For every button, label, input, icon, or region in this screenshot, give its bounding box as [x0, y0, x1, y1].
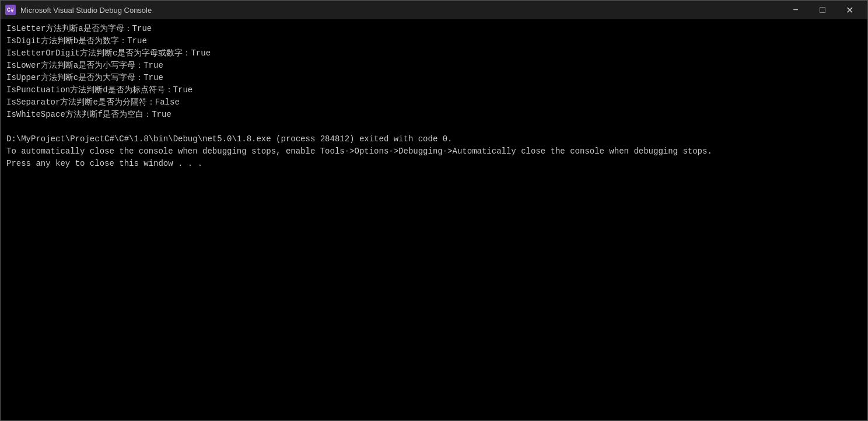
console-line: IsSeparator方法判断e是否为分隔符：False	[6, 96, 862, 109]
console-line: IsPunctuation方法判断d是否为标点符号：True	[6, 84, 862, 96]
app-icon: C#	[5, 5, 16, 15]
maximize-button[interactable]: □	[809, 1, 836, 19]
application-window: C# Microsoft Visual Studio Debug Console…	[0, 0, 868, 421]
close-button[interactable]: ✕	[836, 1, 863, 19]
window-title: Microsoft Visual Studio Debug Console	[20, 6, 782, 15]
minimize-button[interactable]: −	[782, 1, 809, 19]
console-line: IsLetterOrDigit方法判断c是否为字母或数字：True	[6, 47, 862, 60]
console-line: IsUpper方法判断c是否为大写字母：True	[6, 72, 862, 84]
console-line	[6, 121, 862, 133]
console-line: To automatically close the console when …	[6, 145, 862, 158]
console-line: IsDigit方法判断b是否为数字：True	[6, 35, 862, 47]
console-output: IsLetter方法判断a是否为字母：TrueIsDigit方法判断b是否为数字…	[1, 19, 867, 420]
console-line: D:\MyProject\ProjectC#\C#\1.8\bin\Debug\…	[6, 133, 862, 145]
console-line: IsLower方法判断a是否为小写字母：True	[6, 60, 862, 72]
console-line: Press any key to close this window . . .	[6, 158, 862, 170]
title-bar: C# Microsoft Visual Studio Debug Console…	[1, 1, 867, 19]
console-line: IsWhiteSpace方法判断f是否为空白：True	[6, 109, 862, 121]
window-controls: − □ ✕	[782, 1, 863, 19]
console-line: IsLetter方法判断a是否为字母：True	[6, 23, 862, 35]
